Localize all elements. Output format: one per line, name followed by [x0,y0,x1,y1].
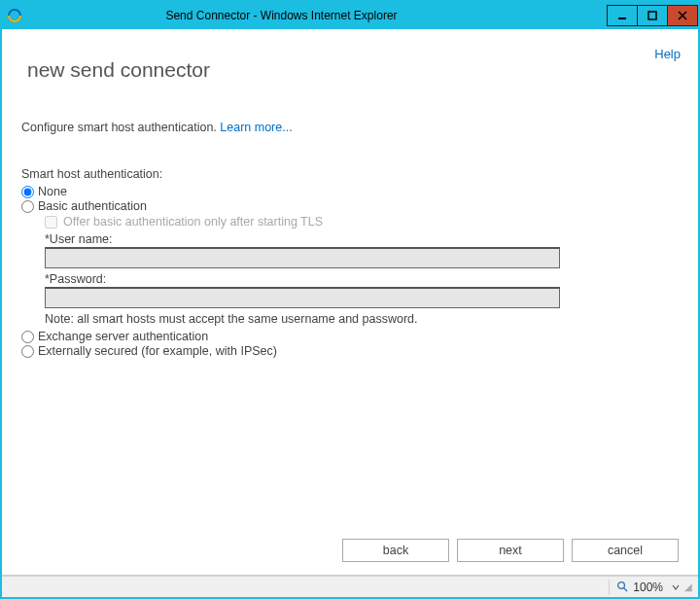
radio-basic-input[interactable] [21,200,34,213]
wizard-buttons: back next cancel [342,539,679,562]
window-buttons [608,5,698,26]
radio-external-input[interactable] [21,345,34,358]
svg-rect-1 [618,18,626,19]
zoom-value: 100% [633,581,663,594]
minimize-button[interactable] [607,5,638,26]
radio-none-label: None [38,185,67,198]
radio-exchange-input[interactable] [21,331,34,343]
maximize-button[interactable] [637,5,668,26]
learn-more-link[interactable]: Learn more... [220,121,292,134]
page-title: new send connector [2,29,698,82]
radio-none-input[interactable] [21,186,34,198]
auth-note: Note: all smart hosts must accept the sa… [45,312,679,326]
content-area: Help new send connector Configure smart … [2,29,698,576]
help-link[interactable]: Help [654,47,681,61]
radio-exchange[interactable]: Exchange server authentication [21,330,679,343]
chevron-down-icon[interactable] [671,582,681,592]
username-input[interactable] [45,247,560,268]
password-input[interactable] [45,287,560,308]
footer-divider [2,575,698,576]
intro-text: Configure smart host authentication. Lea… [21,121,679,134]
close-button[interactable] [667,5,698,26]
window-title: Send Connector - Windows Internet Explor… [0,9,608,22]
svg-line-4 [623,588,626,591]
checkbox-tls-input[interactable] [45,216,57,229]
radio-external-label: Externally secured (for example, with IP… [38,344,277,358]
zoom-control[interactable]: 100% [615,581,681,594]
resize-grip[interactable]: ◢ [684,581,692,592]
radio-basic[interactable]: Basic authentication [21,199,679,213]
next-button[interactable]: next [457,539,564,562]
radio-exchange-label: Exchange server authentication [38,330,208,343]
basic-auth-subsection: Offer basic authentication only after st… [45,215,679,326]
checkbox-tls[interactable]: Offer basic authentication only after st… [45,215,679,229]
radio-none[interactable]: None [21,185,679,198]
statusbar: 100% ◢ [2,576,698,597]
password-label: *Password: [45,272,679,286]
cancel-button[interactable]: cancel [572,539,679,562]
intro-label: Configure smart host authentication. [21,121,220,134]
form-body: Configure smart host authentication. Lea… [2,82,698,358]
svg-rect-2 [648,12,656,19]
username-label: *User name: [45,232,679,246]
statusbar-separator [609,580,610,595]
svg-point-3 [617,582,624,589]
radio-external[interactable]: Externally secured (for example, with IP… [21,344,679,358]
auth-section-label: Smart host authentication: [21,167,679,181]
checkbox-tls-label: Offer basic authentication only after st… [63,215,323,229]
radio-basic-label: Basic authentication [38,199,147,213]
titlebar: Send Connector - Windows Internet Explor… [2,2,698,29]
magnifier-icon [615,581,629,594]
back-button[interactable]: back [342,539,449,562]
